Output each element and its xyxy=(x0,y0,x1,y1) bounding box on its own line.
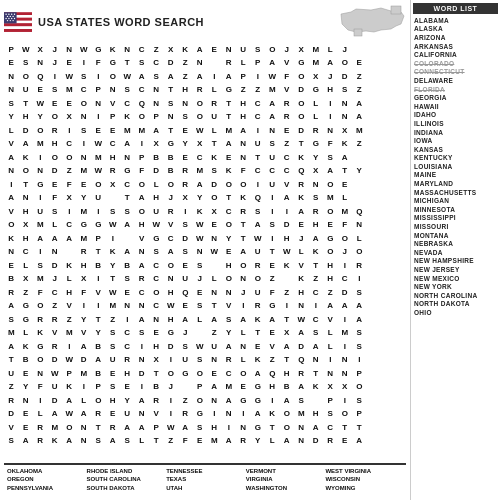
word-list-item: MICHIGAN xyxy=(413,196,498,205)
bottom-state: PENNSYLVANIA xyxy=(7,485,85,493)
word-list-item: MASSACHUSETTS xyxy=(413,188,498,197)
bottom-state: OREGON xyxy=(7,476,85,484)
word-list-item: CONNECTICUT xyxy=(413,68,498,77)
word-list-item: MAINE xyxy=(413,171,498,180)
svg-point-17 xyxy=(11,17,12,18)
word-list-item: NORTH CAROLINA xyxy=(413,291,498,300)
bottom-state: TENNESSEE xyxy=(166,468,244,476)
bottom-state: UTAH xyxy=(166,485,244,493)
svg-point-8 xyxy=(5,13,6,14)
word-list-item: INDIANA xyxy=(413,128,498,137)
word-list-item: NEW YORK xyxy=(413,282,498,291)
header: USA STATES WORD SEARCH xyxy=(4,4,406,39)
word-list-item: NEBRASKA xyxy=(413,239,498,248)
word-list-item: ALASKA xyxy=(413,25,498,34)
word-list-item: MISSISSIPPI xyxy=(413,214,498,223)
word-list-item: MINNESOTA xyxy=(413,205,498,214)
word-list-item: LOUISIANA xyxy=(413,162,498,171)
word-list-item: MISSOURI xyxy=(413,222,498,231)
usa-map-icon xyxy=(336,4,406,39)
svg-point-13 xyxy=(10,15,11,16)
svg-point-11 xyxy=(14,13,15,14)
svg-rect-6 xyxy=(4,29,32,32)
svg-point-16 xyxy=(8,17,9,18)
svg-rect-5 xyxy=(4,26,32,29)
svg-point-9 xyxy=(8,13,9,14)
word-list-item: IOWA xyxy=(413,136,498,145)
word-list-item: NEW JERSEY xyxy=(413,265,498,274)
svg-rect-22 xyxy=(354,29,362,36)
bottom-col-4: VERMONT VIRGINIA WASHINGTON xyxy=(246,468,324,493)
svg-point-21 xyxy=(12,19,13,20)
word-list-item: NEW MEXICO xyxy=(413,274,498,283)
word-list-item: NEW HAMPSHIRE xyxy=(413,257,498,266)
bottom-state: WISCONSIN xyxy=(325,476,403,484)
svg-point-14 xyxy=(12,15,13,16)
bottom-col-3: TENNESSEE TEXAS UTAH xyxy=(166,468,244,493)
bottom-state: SOUTH CAROLINA xyxy=(87,476,165,484)
bottom-state: OKLAHOMA xyxy=(7,468,85,476)
word-list-item: CALIFORNIA xyxy=(413,50,498,59)
word-list-item: ARKANSAS xyxy=(413,42,498,51)
word-list-item: KENTUCKY xyxy=(413,154,498,163)
word-list-item: COLORADO xyxy=(413,59,498,68)
word-list-header: WORD LIST xyxy=(413,3,498,14)
word-list-panel: WORD LIST ALABAMAALASKAARIZONAARKANSASCA… xyxy=(410,0,500,500)
bottom-col-2: RHODE ISLAND SOUTH CAROLINA SOUTH DAKOTA xyxy=(87,468,165,493)
svg-point-15 xyxy=(5,17,6,18)
word-list-item: OHIO xyxy=(413,308,498,317)
word-list-item: NORTH DAKOTA xyxy=(413,300,498,309)
bottom-state: WEST VIRGINIA xyxy=(325,468,403,476)
bottom-section: OKLAHOMA OREGON PENNSYLVANIA RHODE ISLAN… xyxy=(4,463,406,496)
svg-point-12 xyxy=(7,15,8,16)
word-list-item: ARIZONA xyxy=(413,33,498,42)
word-list-item: ILLINOIS xyxy=(413,119,498,128)
svg-point-10 xyxy=(11,13,12,14)
word-list-item: ALABAMA xyxy=(413,16,498,25)
word-list-item: MARYLAND xyxy=(413,179,498,188)
word-list-item: MONTANA xyxy=(413,231,498,240)
word-list-item: KANSAS xyxy=(413,145,498,154)
svg-point-20 xyxy=(10,19,11,20)
puzzle-container xyxy=(4,43,406,463)
bottom-state: WASHINGTON xyxy=(246,485,324,493)
word-list-item: NEVADA xyxy=(413,248,498,257)
word-list-item: HAWAII xyxy=(413,102,498,111)
puzzle-canvas xyxy=(4,43,394,463)
bottom-state: VERMONT xyxy=(246,468,324,476)
bottom-states-grid: OKLAHOMA OREGON PENNSYLVANIA RHODE ISLAN… xyxy=(7,468,403,493)
word-list-item: FLORIDA xyxy=(413,85,498,94)
bottom-state: TEXAS xyxy=(166,476,244,484)
flag-icon xyxy=(4,12,32,32)
bottom-state: VIRGINIA xyxy=(246,476,324,484)
word-list-item: DELAWARE xyxy=(413,76,498,85)
word-list-items: ALABAMAALASKAARIZONAARKANSASCALIFORNIACO… xyxy=(413,16,498,317)
bottom-state: RHODE ISLAND xyxy=(87,468,165,476)
svg-point-18 xyxy=(14,17,15,18)
svg-rect-23 xyxy=(391,6,401,14)
puzzle-title: USA STATES WORD SEARCH xyxy=(38,16,330,28)
bottom-state: SOUTH DAKOTA xyxy=(87,485,165,493)
word-list-item: IDAHO xyxy=(413,111,498,120)
svg-point-19 xyxy=(7,19,8,20)
bottom-state: WYOMING xyxy=(325,485,403,493)
svg-rect-4 xyxy=(4,23,32,26)
word-list-item: GEORGIA xyxy=(413,93,498,102)
bottom-col-5: WEST VIRGINIA WISCONSIN WYOMING xyxy=(325,468,403,493)
bottom-col-1: OKLAHOMA OREGON PENNSYLVANIA xyxy=(7,468,85,493)
